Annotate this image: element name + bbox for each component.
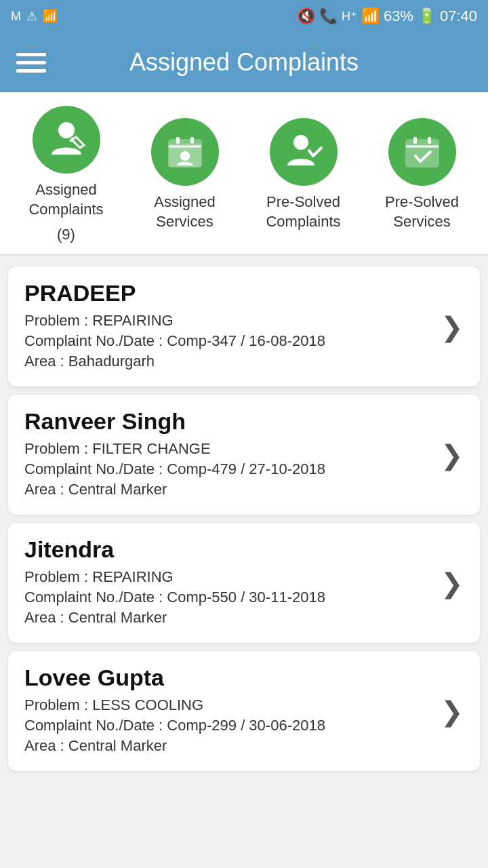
complaint-name-2: Ranveer Singh [24,408,432,435]
complaint-info-2: Ranveer Singh Problem : FILTER CHANGE Co… [24,408,432,501]
svg-rect-6 [190,137,194,144]
battery-icon: 🔋 [418,7,436,25]
tab-assigned-services[interactable]: Assigned Services [125,118,244,231]
tab-assigned-complaints[interactable]: Assigned Complaints (9) [7,106,125,243]
calendar-check-icon [402,132,443,172]
complaint-problem-1: Problem : REPAIRING [24,312,432,330]
status-bar-left: M ⚠ 📶 [11,9,58,24]
complaint-no-2: Complaint No./Date : Comp-479 / 27-10-20… [24,460,432,478]
complaint-card-4[interactable]: Lovee Gupta Problem : LESS COOLING Compl… [8,651,480,771]
svg-point-7 [180,151,190,161]
assigned-complaints-count: (9) [57,226,75,243]
hamburger-menu[interactable] [16,53,46,73]
chevron-right-icon-2: ❯ [441,439,464,471]
svg-point-8 [293,135,308,150]
phone-icon: 📞 [319,7,338,25]
complaint-name-3: Jitendra [24,536,432,563]
app-header: Assigned Complaints [0,33,488,92]
complaint-problem-2: Problem : FILTER CHANGE [24,440,432,458]
complaint-problem-3: Problem : REPAIRING [24,568,432,586]
complaint-info-1: PRADEEP Problem : REPAIRING Complaint No… [24,280,432,373]
signal-icon: 📶 [361,7,380,25]
presolved-services-icon-circle [388,118,456,186]
chevron-right-icon-4: ❯ [441,696,464,727]
complaint-area-1: Area : Bahadurgarh [24,353,432,370]
complaint-no-3: Complaint No./Date : Comp-550 / 30-11-20… [24,589,432,606]
person-check-icon [283,132,324,172]
svg-rect-11 [413,137,417,144]
complaint-no-4: Complaint No./Date : Comp-299 / 30-06-20… [24,717,432,734]
network-icon: H⁺ [342,9,357,24]
person-wrench-icon [46,119,87,160]
page-title: Assigned Complaints [60,48,428,77]
svg-rect-5 [176,137,180,144]
complaint-card-3[interactable]: Jitendra Problem : REPAIRING Complaint N… [8,523,480,643]
complaint-card-2[interactable]: Ranveer Singh Problem : FILTER CHANGE Co… [8,395,480,515]
svg-rect-12 [428,137,431,144]
complaint-info-4: Lovee Gupta Problem : LESS COOLING Compl… [24,665,432,757]
tab-presolved-services[interactable]: Pre-Solved Services [363,118,481,231]
svg-point-0 [58,122,75,138]
complaint-area-4: Area : Central Marker [24,737,432,755]
complaint-name-1: PRADEEP [24,280,432,307]
complaint-info-3: Jitendra Problem : REPAIRING Complaint N… [24,536,432,629]
complaints-list: PRADEEP Problem : REPAIRING Complaint No… [0,256,488,782]
calendar-person-icon [165,132,205,172]
complaint-no-1: Complaint No./Date : Comp-347 / 16-08-20… [24,332,432,350]
complaint-area-2: Area : Central Marker [24,481,432,498]
complaint-name-4: Lovee Gupta [24,665,432,691]
complaint-problem-4: Problem : LESS COOLING [24,696,432,714]
status-bar: M ⚠ 📶 🔇 📞 H⁺ 📶 63% 🔋 07:40 [0,0,488,33]
status-bar-right: 🔇 📞 H⁺ 📶 63% 🔋 07:40 [297,7,477,25]
complaint-card-1[interactable]: PRADEEP Problem : REPAIRING Complaint No… [8,267,480,387]
tab-presolved-complaints[interactable]: Pre-Solved Complaints [244,118,363,231]
assigned-services-label: Assigned Services [125,193,244,231]
presolved-complaints-label: Pre-Solved Complaints [244,193,363,231]
presolved-services-label: Pre-Solved Services [363,193,481,231]
assigned-services-icon-circle [151,118,219,186]
tabs-section: Assigned Complaints (9) Assigned Service… [0,92,488,256]
svg-rect-9 [406,140,439,167]
chevron-right-icon-1: ❯ [441,311,464,342]
battery-text: 63% [384,7,413,25]
mute-icon: 🔇 [297,7,315,25]
presolved-complaints-icon-circle [270,118,338,186]
chevron-right-icon-3: ❯ [441,568,464,599]
complaint-area-3: Area : Central Marker [24,609,432,627]
assigned-complaints-icon-circle [33,106,100,174]
time-text: 07:40 [440,7,477,25]
gmail-icon: M [11,9,21,24]
alert-icon: ⚠ [26,9,37,24]
wifi-icon: 📶 [43,9,58,24]
assigned-complaints-label: Assigned Complaints [7,180,125,219]
